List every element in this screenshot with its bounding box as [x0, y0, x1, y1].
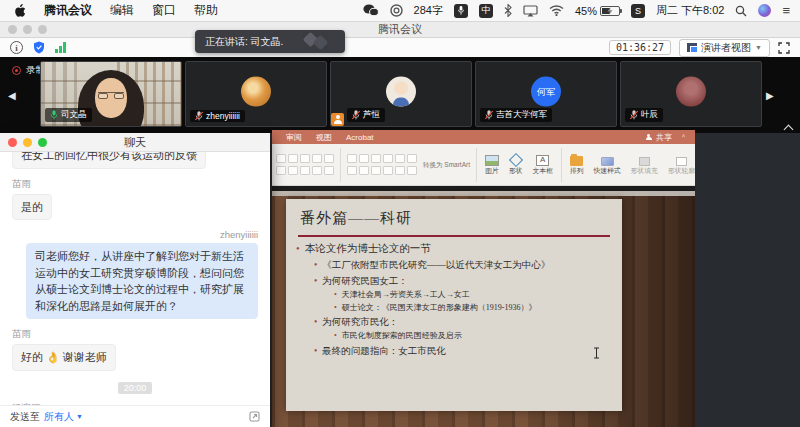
fullscreen-button[interactable]	[778, 42, 790, 54]
chat-sender-name: 苗雨	[12, 328, 258, 341]
mic-on-icon	[50, 110, 58, 120]
sogou-input-icon[interactable]: S	[631, 4, 645, 18]
share-button[interactable]: 共享 ＾	[645, 132, 695, 143]
wifi-icon[interactable]	[549, 5, 564, 16]
quick-styles-button[interactable]: 快速样式	[592, 155, 623, 174]
chat-message-bubble: 是的	[12, 194, 52, 221]
shared-powerpoint-window: 审阅 视图 Acrobat 共享 ＾ 转换为 SmartArt 图片 形状	[272, 130, 695, 427]
meeting-window-title: 腾讯会议	[0, 22, 800, 37]
spiral-status-icon[interactable]	[390, 4, 403, 17]
send-to-selector[interactable]: 所有人	[44, 410, 74, 424]
slide-bullet: 本论文作为博士论文的一节	[296, 242, 622, 256]
menu-window[interactable]: 窗口	[152, 2, 176, 19]
participant-tile[interactable]: 何军 吉首大学何军	[475, 61, 617, 127]
slide-bullet: 为何研究市民化：	[314, 316, 622, 329]
speaking-indicator-tooltip: 正在讲话: 司文晶.	[195, 30, 345, 53]
meeting-info-icon[interactable]: i	[10, 41, 23, 54]
mic-muted-icon	[195, 111, 203, 121]
siri-icon[interactable]	[758, 4, 771, 17]
menu-help[interactable]: 帮助	[194, 2, 218, 19]
shape-outline-icon	[676, 157, 687, 166]
statue-avatar	[676, 77, 706, 107]
screen-mirroring-icon[interactable]	[523, 5, 538, 17]
collapse-strip-chevron-icon[interactable]	[785, 124, 793, 132]
shape-fill-button[interactable]: 形状填充	[629, 155, 660, 174]
meeting-timer: 01:36:27	[609, 40, 671, 55]
speaker-view-button[interactable]: 演讲者视图 ▼	[679, 39, 770, 57]
meeting-security-shield-icon[interactable]	[33, 41, 45, 54]
arrange-icon	[570, 156, 583, 166]
ime-status-icon[interactable]: 中	[479, 4, 493, 18]
participant-tile[interactable]: 叶辰	[620, 61, 762, 127]
chat-sender-name: 苗雨	[12, 178, 258, 191]
notification-center-icon[interactable]: ≡	[782, 3, 790, 18]
participant-tile[interactable]: zhenyiiiiii	[185, 61, 327, 127]
smartart-convert-button[interactable]: 转换为 SmartArt	[423, 161, 470, 169]
mic-muted-icon	[352, 110, 360, 120]
insert-textbox-button[interactable]: A 文本框	[531, 155, 555, 174]
participant-tile[interactable]: 芦恒	[330, 61, 472, 127]
macos-menubar: 腾讯会议 编辑 窗口 帮助 284字 中 45% S	[0, 0, 800, 22]
text-cursor-icon	[593, 347, 600, 359]
slide-bullet: 天津社会局→劳资关系→工人→女工	[334, 290, 622, 301]
presentation-stage: 番外篇——科研 本论文作为博士论文的一节 《工厂依附型市民化研究——以近代天津女…	[272, 191, 695, 427]
slide-bullet: 市民化制度探索的民国经验及启示	[334, 331, 622, 342]
host-badge-icon	[331, 113, 344, 126]
chat-time-divider: 20:00	[12, 381, 258, 393]
tab-acrobat[interactable]: Acrobat	[346, 133, 374, 142]
ppt-ribbon: 转换为 SmartArt 图片 形状 A 文本框 排列 快速样式 形状填充	[272, 144, 695, 186]
mic-muted-icon	[630, 110, 638, 120]
recording-icon	[12, 66, 21, 75]
menubar-app-name[interactable]: 腾讯会议	[44, 2, 92, 19]
layout-view-icon	[687, 43, 697, 52]
participant-name: 司文晶	[61, 109, 87, 121]
video-strip: 录制中 ◀ 司文晶 zhenyiiiiii 芦恒 何军	[0, 57, 800, 133]
network-signal-icon[interactable]	[55, 42, 66, 53]
chevron-down-icon: ▼	[76, 413, 83, 420]
bluetooth-icon[interactable]	[504, 4, 512, 17]
word-count-status[interactable]: 284字	[414, 3, 443, 18]
ppt-ribbon-tabs: 审阅 视图 Acrobat 共享 ＾	[272, 130, 695, 144]
dictation-mic-icon[interactable]	[454, 4, 468, 18]
chat-message-bubble: 好的 👌 谢谢老师	[12, 344, 116, 371]
participant-tile[interactable]: 司文晶	[40, 61, 182, 127]
insert-shape-button[interactable]: 形状	[507, 154, 525, 174]
participant-name: zhenyiiiiii	[206, 111, 240, 121]
slide-bullet: 为何研究民国女工：	[314, 275, 622, 288]
insert-picture-button[interactable]: 图片	[483, 155, 501, 174]
slide: 番外篇——科研 本论文作为博士论文的一节 《工厂依附型市民化研究——以近代天津女…	[286, 199, 622, 411]
shape-fill-icon	[639, 157, 650, 166]
collapse-ribbon-chevron-icon[interactable]: ＾	[680, 132, 687, 142]
paragraph-group[interactable]	[347, 154, 417, 175]
chat-window: 聊天 在女工的回忆中很少有该运动的反馈 苗雨 是的 zhenyiiiiii 司老…	[0, 133, 270, 427]
slide-bullet: 《工厂依附型市民化研究——以近代天津女工为中心》	[314, 259, 622, 272]
cartoon-avatar	[386, 77, 416, 107]
slide-divider-line	[298, 235, 610, 237]
menu-edit[interactable]: 编辑	[110, 2, 134, 19]
wechat-icon[interactable]	[363, 4, 379, 17]
popout-chat-icon[interactable]	[249, 411, 260, 422]
scroll-right-arrow[interactable]: ▶	[766, 90, 774, 101]
scroll-left-arrow[interactable]: ◀	[8, 90, 16, 101]
slide-title: 番外篇——科研	[286, 199, 622, 228]
spotlight-search-icon[interactable]	[735, 5, 747, 17]
chat-titlebar: 聊天	[0, 133, 270, 152]
chat-message-bubble: 司老师您好，从讲座中了解到您对于新生活运动中的女工研究贯穿硕博阶段，想问问您从硕…	[26, 243, 258, 319]
menubar-clock[interactable]: 周二 下午8:02	[656, 3, 724, 18]
shape-outline-button[interactable]: 形状轮廓	[666, 155, 695, 174]
participant-name: 吉首大学何军	[496, 109, 547, 121]
shapes-icon	[509, 153, 523, 167]
tab-view[interactable]: 视图	[316, 132, 332, 143]
battery-status[interactable]: 45%	[575, 5, 620, 17]
tab-review[interactable]: 审阅	[286, 132, 302, 143]
chat-title: 聊天	[0, 135, 270, 150]
tencent-meeting-logo-watermark	[305, 34, 331, 50]
send-to-label: 发送至	[10, 410, 40, 424]
chat-message-list[interactable]: 在女工的回忆中很少有该运动的反馈 苗雨 是的 zhenyiiiiii 司老师您好…	[0, 152, 270, 405]
apple-menu-icon[interactable]	[14, 4, 26, 18]
slide-bullet: 最终的问题指向：女工市民化	[314, 345, 622, 358]
initials-avatar: 何军	[531, 77, 561, 107]
arrange-button[interactable]: 排列	[568, 155, 586, 174]
font-group[interactable]	[276, 154, 334, 175]
dog-avatar	[241, 77, 271, 107]
